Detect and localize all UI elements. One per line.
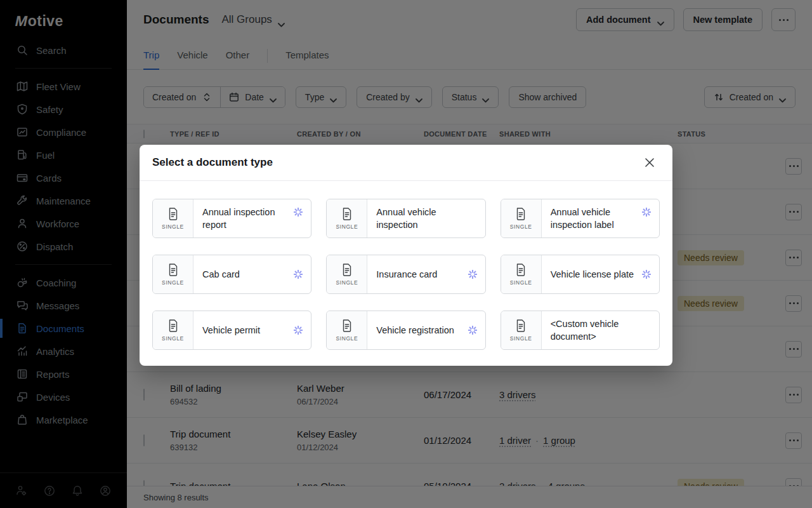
modal-header: Select a document type — [140, 145, 672, 181]
file-icon — [167, 319, 179, 333]
close-icon[interactable] — [641, 154, 658, 171]
document-type-label: Insurance card — [376, 268, 477, 281]
ai-sparkle-icon — [468, 325, 478, 335]
card-annual-inspection-report[interactable]: SINGLE Annual inspection report — [152, 199, 311, 238]
card-vehicle-permit[interactable]: SINGLE Vehicle permit — [152, 311, 311, 350]
card-annual-vehicle-inspection-label[interactable]: SINGLE Annual vehicle inspection label — [501, 199, 660, 238]
document-type-thumbnail: SINGLE — [153, 199, 193, 237]
document-type-thumbnail: SINGLE — [153, 311, 193, 349]
select-document-type-modal: Select a document type SINGLE Annual ins… — [140, 145, 672, 366]
ai-sparkle-icon — [293, 207, 303, 217]
file-icon — [341, 319, 353, 333]
single-badge: SINGLE — [336, 279, 358, 286]
file-icon — [515, 263, 527, 277]
single-badge: SINGLE — [510, 279, 532, 286]
card-vehicle-registration[interactable]: SINGLE Vehicle registration — [326, 311, 485, 350]
document-type-label: Annual vehicle inspection — [376, 206, 477, 231]
card-vehicle-license-plate[interactable]: SINGLE Vehicle license plate — [501, 255, 660, 294]
single-badge: SINGLE — [336, 224, 358, 230]
file-icon — [167, 207, 179, 221]
file-icon — [341, 207, 353, 221]
ai-sparkle-icon — [293, 269, 303, 279]
single-badge: SINGLE — [336, 335, 358, 342]
document-type-label: Vehicle registration — [376, 324, 477, 337]
card-insurance-card[interactable]: SINGLE Insurance card — [326, 255, 485, 294]
app-window: MMotiveotive Search Fleet View Safety Co… — [0, 0, 812, 508]
document-type-label: <Custom vehicle document> — [551, 318, 652, 343]
document-type-label: Cab card — [202, 268, 303, 281]
document-type-grid: SINGLE Annual inspection report SINGLE A… — [140, 181, 672, 368]
single-badge: SINGLE — [510, 335, 532, 342]
ai-sparkle-icon — [293, 325, 303, 335]
single-badge: SINGLE — [162, 335, 184, 342]
modal-title: Select a document type — [152, 156, 273, 169]
file-icon — [341, 263, 353, 277]
card-custom-vehicle-document[interactable]: SINGLE <Custom vehicle document> — [501, 311, 660, 350]
document-type-thumbnail: SINGLE — [501, 255, 542, 293]
document-type-thumbnail: SINGLE — [327, 199, 367, 237]
card-cab-card[interactable]: SINGLE Cab card — [152, 255, 311, 294]
document-type-label: Annual inspection report — [202, 206, 303, 231]
file-icon — [167, 263, 179, 277]
document-type-thumbnail: SINGLE — [501, 311, 542, 349]
document-type-thumbnail: SINGLE — [327, 255, 367, 293]
document-type-thumbnail: SINGLE — [501, 199, 542, 237]
card-annual-vehicle-inspection[interactable]: SINGLE Annual vehicle inspection — [326, 199, 485, 238]
file-icon — [515, 319, 527, 333]
ai-sparkle-icon — [641, 207, 652, 217]
document-type-label: Annual vehicle inspection label — [551, 206, 652, 231]
single-badge: SINGLE — [162, 224, 184, 230]
single-badge: SINGLE — [510, 224, 532, 230]
file-icon — [515, 207, 527, 221]
document-type-thumbnail: SINGLE — [153, 255, 193, 293]
document-type-label: Vehicle permit — [202, 324, 303, 337]
ai-sparkle-icon — [468, 269, 478, 279]
ai-sparkle-icon — [641, 269, 652, 279]
single-badge: SINGLE — [162, 279, 184, 286]
document-type-label: Vehicle license plate — [551, 268, 652, 281]
document-type-thumbnail: SINGLE — [327, 311, 367, 349]
